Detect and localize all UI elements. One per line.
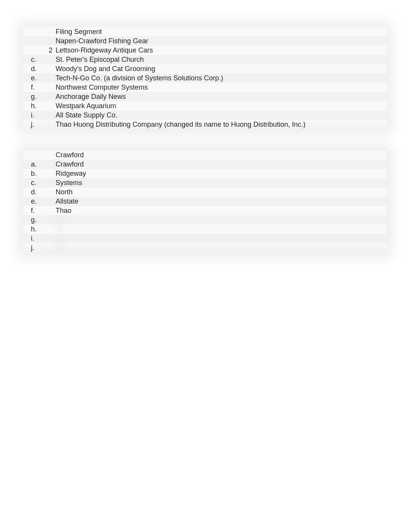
row-number — [46, 55, 54, 64]
row-text: Westpark Aquarium — [54, 101, 387, 110]
table-row: b.Ridgeway — [23, 169, 387, 178]
row-label: c. — [23, 178, 46, 187]
row-spacer — [46, 169, 54, 178]
row-text: Lettson-Ridgeway Antique Cars — [54, 46, 387, 55]
row-label — [23, 46, 46, 55]
row-text — [54, 243, 387, 252]
row-spacer — [46, 187, 54, 197]
row-label — [23, 150, 46, 160]
table-row: h. — [23, 224, 387, 234]
row-number — [46, 92, 54, 101]
row-text: Northwest Computer Systems — [54, 83, 387, 92]
row-label: g. — [23, 92, 46, 101]
row-text: Systems — [54, 178, 387, 187]
row-text: Anchorage Daily News — [54, 92, 387, 101]
row-text — [54, 234, 387, 243]
row-spacer — [46, 160, 54, 169]
row-text: All State Supply Co. — [54, 110, 387, 120]
filing-segment-table: Filing SegmentNapen-Crawford Fishing Gea… — [23, 27, 387, 129]
table-row: i. — [23, 234, 387, 243]
row-text: Allstate — [54, 197, 387, 206]
row-label: j. — [23, 243, 46, 252]
row-text: Crawford — [54, 160, 387, 169]
row-label — [23, 36, 46, 46]
row-number — [46, 120, 54, 129]
row-number — [46, 64, 54, 73]
row-text: North — [54, 187, 387, 197]
row-text: Tech-N-Go Co. (a division of Systems Sol… — [54, 73, 387, 83]
table-row: d.Woody's Dog and Cat Grooming — [23, 64, 387, 73]
table-row: 2Lettson-Ridgeway Antique Cars — [23, 46, 387, 55]
table-row: Crawford — [23, 150, 387, 160]
row-label: h. — [23, 101, 46, 110]
table-row: h.Westpark Aquarium — [23, 101, 387, 110]
row-label: h. — [23, 224, 46, 234]
row-number — [46, 36, 54, 46]
row-label: d. — [23, 187, 46, 197]
row-spacer — [46, 178, 54, 187]
table-row: e.Allstate — [23, 197, 387, 206]
row-text: Ridgeway — [54, 169, 387, 178]
row-text: St. Peter's Episcopal Church — [54, 55, 387, 64]
row-label: j. — [23, 120, 46, 129]
row-text: Thao — [54, 206, 387, 215]
table-row: c.St. Peter's Episcopal Church — [23, 55, 387, 64]
row-label: i. — [23, 110, 46, 120]
row-number — [46, 110, 54, 120]
row-text: Woody's Dog and Cat Grooming — [54, 64, 387, 73]
table-row: j. — [23, 243, 387, 252]
answers-table: Crawforda.Crawfordb.Ridgewayc.Systemsd.N… — [23, 150, 387, 252]
table-row: d.North — [23, 187, 387, 197]
table-row: a.Crawford — [23, 160, 387, 169]
table-row: g.Anchorage Daily News — [23, 92, 387, 101]
row-text — [54, 215, 387, 224]
row-label: b. — [23, 169, 46, 178]
row-label: i. — [23, 234, 46, 243]
row-label: d. — [23, 64, 46, 73]
row-label: e. — [23, 197, 46, 206]
table-row: j.Thao Huong Distributing Company (chang… — [23, 120, 387, 129]
row-text: Filing Segment — [54, 27, 387, 36]
row-label: a. — [23, 160, 46, 169]
row-label: f. — [23, 206, 46, 215]
row-text: Crawford — [54, 150, 387, 160]
table-row: Napen-Crawford Fishing Gear — [23, 36, 387, 46]
row-spacer — [46, 206, 54, 215]
row-label: f. — [23, 83, 46, 92]
row-spacer — [46, 243, 54, 252]
row-label: g. — [23, 215, 46, 224]
table-row: c.Systems — [23, 178, 387, 187]
row-spacer — [46, 197, 54, 206]
row-label: e. — [23, 73, 46, 83]
row-number — [46, 27, 54, 36]
table-row: f.Thao — [23, 206, 387, 215]
row-label — [23, 27, 46, 36]
row-spacer — [46, 215, 54, 224]
row-number — [46, 101, 54, 110]
row-spacer — [46, 234, 54, 243]
row-label: c. — [23, 55, 46, 64]
row-text — [54, 224, 387, 234]
row-number: 2 — [46, 46, 54, 55]
row-text: Napen-Crawford Fishing Gear — [54, 36, 387, 46]
table-row: i.All State Supply Co. — [23, 110, 387, 120]
table-row: f.Northwest Computer Systems — [23, 83, 387, 92]
row-spacer — [46, 224, 54, 234]
table-row: e.Tech-N-Go Co. (a division of Systems S… — [23, 73, 387, 83]
table-row: g. — [23, 215, 387, 224]
table-row: Filing Segment — [23, 27, 387, 36]
row-text: Thao Huong Distributing Company (changed… — [54, 120, 387, 129]
row-number — [46, 83, 54, 92]
row-spacer — [46, 150, 54, 160]
row-number — [46, 73, 54, 83]
